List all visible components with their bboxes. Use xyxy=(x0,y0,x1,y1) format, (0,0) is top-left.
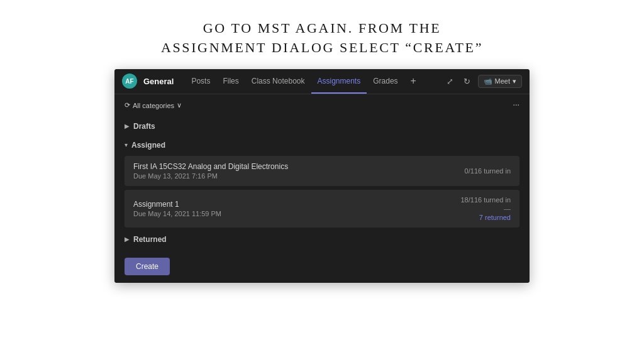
drafts-chevron: ▶ xyxy=(125,123,130,129)
assigned-section-header[interactable]: ▾ Assigned xyxy=(125,137,519,153)
nav-actions: ⤢ ↻ 📹 Meet ▾ xyxy=(444,74,522,89)
expand-icon[interactable]: ⤢ xyxy=(444,74,456,89)
assigned-title: Assigned xyxy=(131,141,165,150)
assignment-name: Assignment 1 xyxy=(133,200,221,209)
returned-chevron: ▶ xyxy=(125,236,130,243)
assignment-info: First IA 15CS32 Analog and Digital Elect… xyxy=(133,162,288,180)
nav-bar: AF General Posts Files Class Notebook As… xyxy=(114,69,530,94)
returned-section-header[interactable]: ▶ Returned xyxy=(125,231,519,248)
assignment-due: Due May 13, 2021 7:16 PM xyxy=(133,172,288,180)
tab-class-notebook[interactable]: Class Notebook xyxy=(245,69,311,94)
dash-icon: — xyxy=(460,205,511,212)
tab-posts[interactable]: Posts xyxy=(185,69,216,94)
returned-count: 7 returned xyxy=(460,214,511,221)
meet-button[interactable]: 📹 Meet ▾ xyxy=(478,75,522,88)
filter-bar: ⟳ All categories ∨ ··· xyxy=(125,101,519,111)
tab-grades[interactable]: Grades xyxy=(367,69,404,94)
avatar: AF xyxy=(122,74,137,89)
channel-name: General xyxy=(143,77,174,86)
assignment-row[interactable]: Assignment 1 Due May 14, 2021 11:59 PM 1… xyxy=(125,190,519,228)
create-button[interactable]: Create xyxy=(125,258,170,275)
assignment-info: Assignment 1 Due May 14, 2021 11:59 PM xyxy=(133,200,221,217)
assignment-stats: 18/116 turned in — 7 returned xyxy=(460,196,511,221)
video-icon: 📹 xyxy=(484,77,492,85)
tab-add[interactable]: + xyxy=(404,69,423,94)
drafts-title: Drafts xyxy=(133,122,155,131)
tab-assignments[interactable]: Assignments xyxy=(311,69,367,94)
assigned-chevron: ▾ xyxy=(125,141,128,148)
page-title: Go to MST again. From the Assignment dia… xyxy=(0,0,644,69)
tab-files[interactable]: Files xyxy=(216,69,245,94)
drafts-section-header[interactable]: ▶ Drafts xyxy=(125,118,519,134)
assignment-due: Due May 14, 2021 11:59 PM xyxy=(133,210,221,217)
returned-title: Returned xyxy=(133,235,167,244)
more-options-icon[interactable]: ··· xyxy=(513,101,520,111)
turned-in-count: 18/116 turned in xyxy=(460,196,511,204)
filter-chevron: ∨ xyxy=(177,101,182,109)
content-area: ⟳ All categories ∨ ··· ▶ Drafts ▾ Assign… xyxy=(114,94,530,283)
turned-in-count: 0/116 turned in xyxy=(465,167,511,175)
app-window: AF General Posts Files Class Notebook As… xyxy=(114,69,530,283)
assignment-row[interactable]: First IA 15CS32 Analog and Digital Elect… xyxy=(125,156,519,186)
assignment-stats: 0/116 turned in xyxy=(465,167,511,175)
nav-tabs: Posts Files Class Notebook Assignments G… xyxy=(185,69,442,94)
refresh-icon[interactable]: ↻ xyxy=(461,74,473,89)
assignment-name: First IA 15CS32 Analog and Digital Elect… xyxy=(133,162,288,171)
filter-label[interactable]: ⟳ All categories ∨ xyxy=(125,101,182,109)
filter-icon: ⟳ xyxy=(125,101,130,109)
